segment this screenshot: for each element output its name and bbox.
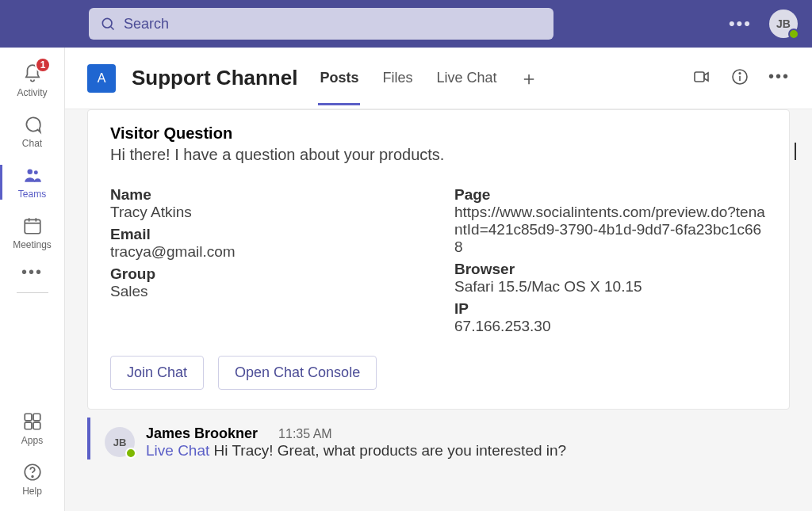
email-label: Email xyxy=(110,226,423,243)
rail-teams[interactable]: Teams xyxy=(0,157,64,208)
app-rail: Activity 1 Chat Teams Meetings ••• Apps xyxy=(0,48,65,511)
browser-value: Safari 15.5/Mac OS X 10.15 xyxy=(454,278,767,296)
activity-badge: 1 xyxy=(35,57,51,73)
top-more-icon[interactable]: ••• xyxy=(729,13,752,34)
reply-message: Hi Tracy! Great, what products are you i… xyxy=(209,442,566,459)
svg-rect-11 xyxy=(25,414,32,421)
svg-point-6 xyxy=(33,170,37,174)
apps-icon xyxy=(0,411,64,432)
text-caret-icon xyxy=(795,143,796,160)
name-label: Name xyxy=(110,186,423,204)
rail-more-icon[interactable]: ••• xyxy=(21,263,43,281)
join-chat-button[interactable]: Join Chat xyxy=(110,356,204,390)
chat-icon xyxy=(0,114,64,135)
rail-label: Meetings xyxy=(0,239,64,250)
top-bar: ••• JB xyxy=(0,0,812,48)
channel-more-icon[interactable]: ••• xyxy=(768,67,790,90)
rail-divider xyxy=(17,292,48,293)
rail-label: Teams xyxy=(0,189,64,200)
reply-time: 11:35 AM xyxy=(278,427,332,441)
svg-rect-17 xyxy=(695,72,704,82)
search-icon xyxy=(100,16,116,32)
user-avatar[interactable]: JB xyxy=(769,10,798,38)
svg-rect-14 xyxy=(33,422,40,429)
rail-help[interactable]: Help xyxy=(0,454,64,505)
group-value: Sales xyxy=(110,283,423,300)
help-icon xyxy=(0,462,64,482)
rail-meetings[interactable]: Meetings xyxy=(0,208,64,258)
teams-icon xyxy=(0,165,64,185)
livechat-tag: Live Chat xyxy=(146,442,209,459)
card-right-column: Page https://www.socialintents.com/previ… xyxy=(454,181,767,335)
content-area: A Support Channel Posts Files Live Chat … xyxy=(65,48,812,511)
bell-icon xyxy=(0,63,64,84)
svg-point-5 xyxy=(27,169,33,174)
svg-rect-7 xyxy=(25,219,40,233)
rail-label: Apps xyxy=(0,435,64,446)
meet-video-icon[interactable] xyxy=(692,67,711,90)
reply-avatar-initials: JB xyxy=(113,437,127,448)
card-question: Hi there! I have a question about your p… xyxy=(110,146,767,164)
svg-point-20 xyxy=(739,72,741,74)
reply-author: James Brookner xyxy=(146,425,258,442)
rail-activity[interactable]: Activity 1 xyxy=(0,55,64,106)
rail-apps[interactable]: Apps xyxy=(0,403,64,454)
avatar-initials: JB xyxy=(776,17,791,30)
rail-label: Chat xyxy=(0,138,64,149)
name-value: Tracy Atkins xyxy=(110,204,423,221)
add-tab-icon[interactable]: ＋ xyxy=(519,66,538,91)
reply-avatar[interactable]: JB xyxy=(105,427,135,457)
tab-files[interactable]: Files xyxy=(381,51,414,105)
rail-chat[interactable]: Chat xyxy=(0,106,64,157)
tab-livechat[interactable]: Live Chat xyxy=(435,51,498,105)
search-input[interactable] xyxy=(124,16,542,32)
email-value: tracya@gmail.com xyxy=(110,243,423,261)
channel-title: Support Channel xyxy=(132,66,297,90)
svg-rect-12 xyxy=(33,414,40,421)
reply-row: JB James Brookner 11:35 AM Live Chat Hi … xyxy=(87,418,796,460)
svg-rect-13 xyxy=(25,422,32,429)
browser-label: Browser xyxy=(454,261,767,278)
svg-point-0 xyxy=(102,18,112,28)
page-value: https://www.socialintents.com/preview.do… xyxy=(454,204,767,256)
search-field[interactable] xyxy=(89,8,553,40)
info-icon[interactable] xyxy=(730,67,749,90)
reply-text: Live Chat Hi Tracy! Great, what products… xyxy=(146,442,790,460)
channel-header: A Support Channel Posts Files Live Chat … xyxy=(65,48,812,109)
channel-tabs: Posts Files Live Chat ＋ xyxy=(318,51,538,105)
ip-label: IP xyxy=(454,300,767,318)
rail-label: Help xyxy=(0,486,64,497)
card-left-column: Name Tracy Atkins Email tracya@gmail.com… xyxy=(110,181,423,335)
presence-available-icon xyxy=(125,448,136,459)
ip-value: 67.166.253.30 xyxy=(454,318,767,335)
tab-posts[interactable]: Posts xyxy=(318,51,360,105)
rail-label: Activity xyxy=(0,87,64,98)
visitor-question-card: Visitor Question Hi there! I have a ques… xyxy=(87,109,790,410)
calendar-icon xyxy=(0,215,64,236)
group-label: Group xyxy=(110,265,423,283)
page-label: Page xyxy=(454,186,767,204)
card-heading: Visitor Question xyxy=(110,124,767,143)
svg-point-16 xyxy=(32,476,33,478)
open-chat-console-button[interactable]: Open Chat Console xyxy=(218,356,377,390)
presence-available-icon xyxy=(788,29,799,40)
svg-line-1 xyxy=(111,27,114,30)
channel-avatar: A xyxy=(87,64,116,93)
